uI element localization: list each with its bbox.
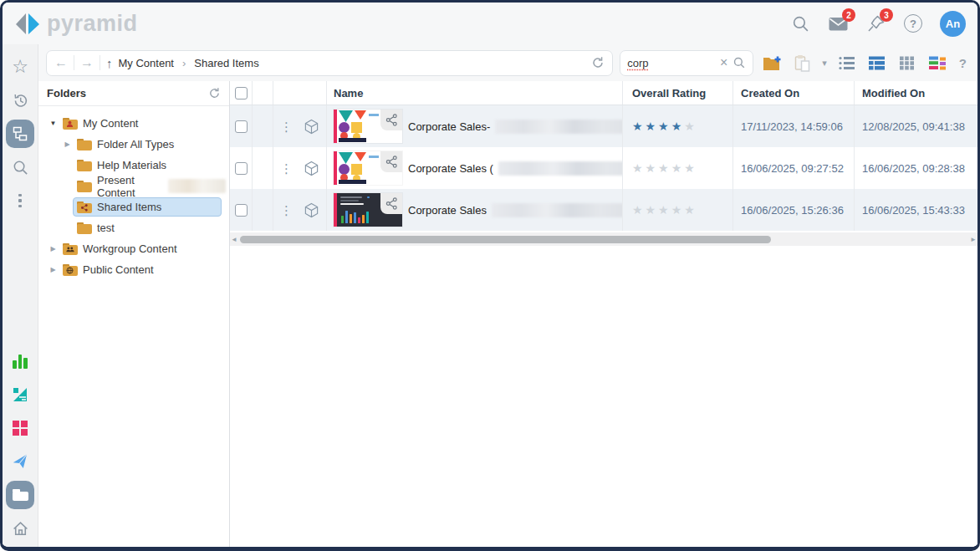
rating-stars[interactable]: ★★★★★ [632,120,697,133]
global-search-button[interactable] [789,13,811,34]
column-header-created[interactable]: Created On [741,87,799,99]
collapse-arrow-icon[interactable]: ▼ [50,120,57,127]
scrollbar-track[interactable] [238,232,969,246]
folders-panel-title: Folders [47,87,86,99]
sidebar-item-search[interactable] [6,153,34,181]
user-avatar[interactable]: An [940,11,966,37]
share-icon [385,156,398,168]
cube-icon[interactable] [304,202,319,218]
item-name[interactable]: Corporate Sales- [408,120,490,133]
pyramid-logo-icon [14,12,40,36]
clear-search-icon[interactable]: × [720,56,727,69]
tree-item-public-content[interactable]: ▶ Public Content [38,259,229,280]
row-menu-icon[interactable]: ⋮ [280,162,293,175]
paste-dropdown-caret[interactable]: ▾ [822,58,827,69]
refresh-icon [208,87,221,99]
bar-chart-icon [13,355,28,369]
created-date: 17/11/2023, 14:59:06 [741,120,843,133]
help-button[interactable]: ? [902,13,924,34]
grid-view-button[interactable] [896,51,919,74]
details-view-button[interactable] [865,51,889,74]
tree-item-label: Shared Items [97,201,161,213]
folder-tree: ▼ My Content ▶ [38,106,229,280]
scrollbar-thumb[interactable] [240,236,771,243]
horizontal-scrollbar[interactable]: ◄ ► [230,232,977,246]
sidebar-item-present[interactable] [6,380,34,409]
row-checkbox[interactable] [235,204,248,217]
item-name[interactable]: Corporate Sales ( [408,162,493,175]
folder-icon [13,489,28,501]
sidebar-item-favorites[interactable]: ☆ [6,53,34,81]
shared-badge [380,151,402,172]
tree-item-shared-items[interactable]: Shared Items [38,196,229,217]
paste-button[interactable] [790,51,814,74]
sidebar-item-discover[interactable] [6,347,34,375]
row-checkbox[interactable] [235,162,248,175]
column-header-name[interactable]: Name [334,87,363,99]
search-icon[interactable] [732,56,746,69]
new-folder-button[interactable] [760,51,783,74]
table-row[interactable]: ⋮ [230,105,977,147]
scroll-left-icon[interactable]: ◄ [230,236,238,243]
alerts-button[interactable]: 3 [865,13,886,34]
column-header-modified[interactable]: Modified On [862,87,925,99]
cube-icon[interactable] [304,161,319,176]
folders-refresh-button[interactable] [208,87,221,99]
refresh-button[interactable] [591,56,605,69]
tree-item-help-materials[interactable]: Help Materials [38,155,229,176]
tree-item-test[interactable]: test [38,217,229,238]
sidebar-item-home[interactable] [6,514,34,543]
modified-date: 16/06/2025, 15:43:33 [862,204,965,217]
breadcrumb-root[interactable]: My Content [119,57,174,69]
up-button[interactable]: ↑ [106,57,113,69]
breadcrumb-current[interactable]: Shared Items [194,57,258,69]
sidebar-item-content-manager[interactable] [6,481,34,509]
pyramid-logo: pyramid [14,12,138,36]
column-header-rating[interactable]: Overall Rating [632,87,706,99]
scroll-right-icon[interactable]: ► [969,236,977,243]
help-icon: ? [904,14,922,33]
tree-item-folder-all-types[interactable]: ▶ Folder All Types [38,134,229,155]
list-view-button[interactable] [835,51,859,74]
sidebar-item-distribute[interactable] [6,447,34,476]
table-header-row: Name Overall Rating Created On Modified … [230,81,977,105]
filter-search-input[interactable]: corp × [620,50,753,76]
folder-user-icon [63,118,78,130]
toolbar-help-button[interactable]: ? [956,56,970,70]
tree-item-my-content[interactable]: ▼ My Content [38,113,229,134]
modified-date: 12/08/2025, 09:41:38 [862,120,965,133]
table-row[interactable]: ⋮ [230,147,977,189]
item-thumbnail [334,151,402,185]
expand-arrow-icon[interactable]: ▶ [64,140,69,148]
item-name[interactable]: Corporate Sales [408,204,487,217]
tree-item-workgroup-content[interactable]: ▶ Workgroup Content [38,238,229,259]
row-checkbox[interactable] [235,120,248,133]
expand-arrow-icon[interactable]: ▶ [50,245,55,253]
breadcrumb-bar: ← → ↑ My Content › Shared Items [46,50,613,76]
row-menu-icon[interactable]: ⋮ [280,204,293,217]
redacted-text [492,203,623,217]
select-all-checkbox[interactable] [235,87,248,99]
tags-view-icon [928,56,946,70]
back-button[interactable]: ← [54,56,68,69]
folders-panel: Folders ▼ My Content [38,81,230,549]
home-icon [12,520,29,538]
cube-icon[interactable] [304,119,319,135]
sidebar-item-history[interactable] [6,86,34,115]
modified-date: 16/06/2025, 09:28:38 [862,162,965,175]
table-row[interactable]: ⋮ [230,189,977,231]
expand-arrow-icon[interactable]: ▶ [50,266,55,273]
sidebar-item-publish[interactable] [6,414,34,442]
tree-item-label: Workgroup Content [83,242,177,255]
tree-item-label: Present Content [97,174,155,199]
row-menu-icon[interactable]: ⋮ [280,120,293,133]
forward-button[interactable]: → [80,56,94,69]
sidebar-item-more[interactable] [6,186,34,215]
tree-item-present-content[interactable]: Present Content [38,176,229,196]
search-query-text[interactable]: corp [627,57,715,69]
tags-view-button[interactable] [926,51,949,74]
rating-stars[interactable]: ★★★★★ [632,203,697,217]
messages-button[interactable]: 2 [827,13,849,34]
rating-stars[interactable]: ★★★★★ [632,161,697,175]
sidebar-item-content-tree[interactable] [6,120,34,148]
